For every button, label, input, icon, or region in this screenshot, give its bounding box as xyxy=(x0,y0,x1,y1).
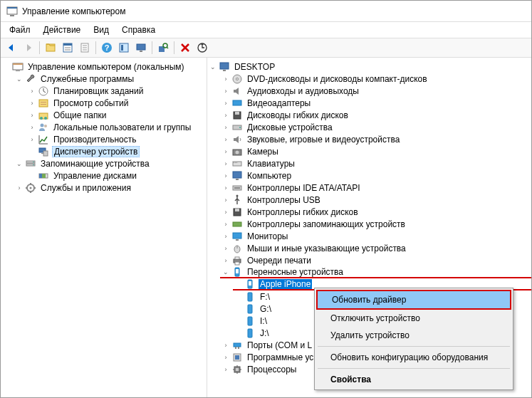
expand-icon[interactable]: › xyxy=(221,196,230,204)
device-video[interactable]: ›Видеоадаптеры xyxy=(220,97,531,109)
expand-icon[interactable]: › xyxy=(221,147,230,156)
expand-icon[interactable]: › xyxy=(221,341,230,350)
device-cameras[interactable]: ›Камеры xyxy=(220,145,531,157)
expand-icon[interactable]: › xyxy=(221,111,230,120)
floppy-icon xyxy=(231,110,243,121)
expand-icon[interactable]: › xyxy=(221,87,230,95)
collapse-icon[interactable]: ⌄ xyxy=(15,75,24,83)
svg-rect-58 xyxy=(234,162,234,163)
device-disks[interactable]: ›Дисковые устройства xyxy=(220,121,531,133)
device-audio[interactable]: ›Аудиовходы и аудиовыходы xyxy=(220,85,531,97)
device-floppy[interactable]: ›Дисководы гибких дисков xyxy=(220,109,531,121)
tree-task-scheduler[interactable]: ›Планировщик заданий xyxy=(26,85,207,97)
device-storage-ctrl[interactable]: ›Контроллеры запоминающих устройств xyxy=(220,218,531,230)
help-button[interactable]: ? xyxy=(99,40,115,56)
expand-icon[interactable]: › xyxy=(28,135,36,144)
device-computer[interactable]: ›Компьютер xyxy=(220,169,531,182)
svg-rect-47 xyxy=(223,70,226,71)
device-root[interactable]: ⌄DESKTOP xyxy=(207,61,531,73)
tree-system-tools[interactable]: ⌄ Служебные программы xyxy=(14,73,207,85)
expand-icon[interactable]: › xyxy=(221,172,230,180)
expand-icon[interactable]: › xyxy=(221,244,230,253)
collapse-icon[interactable]: ⌄ xyxy=(221,268,230,276)
keyboard-icon xyxy=(231,158,243,169)
device-sound[interactable]: ›Звуковые, игровые и видеоустройства xyxy=(220,133,531,145)
tree-local-users[interactable]: ›Локальные пользователи и группы xyxy=(26,121,207,133)
export-list-button[interactable] xyxy=(77,40,93,56)
toolbar-icon-2[interactable] xyxy=(133,40,149,56)
expand-icon[interactable]: › xyxy=(221,123,230,132)
tree-label: Запоминающие устройства xyxy=(39,159,151,169)
expand-icon[interactable]: › xyxy=(221,365,230,374)
tree-label: Управление компьютером (локальным) xyxy=(26,62,186,72)
expand-icon[interactable]: › xyxy=(221,99,230,108)
cm-uninstall-device[interactable]: Удалить устройство xyxy=(316,327,511,344)
properties-button[interactable] xyxy=(60,40,75,56)
expand-icon[interactable]: › xyxy=(221,232,230,241)
device-manager-icon xyxy=(38,146,49,157)
collapse-icon[interactable] xyxy=(2,63,11,71)
content-area: Управление компьютером (локальным) ⌄ Слу… xyxy=(1,58,531,398)
no-expand xyxy=(234,317,243,325)
back-button[interactable] xyxy=(4,40,19,56)
cm-properties[interactable]: Свойства xyxy=(316,371,511,388)
menu-file[interactable]: Файл xyxy=(4,23,36,36)
left-tree-pane: Управление компьютером (локальным) ⌄ Слу… xyxy=(1,58,207,398)
uninstall-button[interactable] xyxy=(177,40,193,56)
expand-icon[interactable]: › xyxy=(221,353,230,362)
tree-performance[interactable]: ›Производительность xyxy=(26,133,207,145)
expand-icon[interactable]: › xyxy=(221,184,230,192)
expand-icon[interactable]: › xyxy=(221,256,230,265)
update-driver-button[interactable] xyxy=(194,40,210,56)
cm-update-driver[interactable]: Обновить драйвер xyxy=(316,290,511,310)
tree-label: Видеоадаптеры xyxy=(246,98,312,108)
menu-view[interactable]: Вид xyxy=(88,23,115,36)
menu-help[interactable]: Справка xyxy=(116,23,161,36)
tree-root-computer-mgmt[interactable]: Управление компьютером (локальным) xyxy=(1,61,207,73)
device-print-queues[interactable]: ›Очереди печати xyxy=(220,254,531,266)
expand-icon[interactable]: › xyxy=(28,87,36,95)
cm-disable-device[interactable]: Отключить устройство xyxy=(316,310,511,327)
titlebar: Управление компьютером xyxy=(1,1,531,22)
device-monitors[interactable]: ›Мониторы xyxy=(220,230,531,242)
device-ide[interactable]: ›Контроллеры IDE ATA/ATAPI xyxy=(220,182,531,194)
computer-mgmt-icon xyxy=(12,61,24,73)
context-menu: Обновить драйвер Отключить устройство Уд… xyxy=(314,288,513,390)
usb-icon xyxy=(231,194,243,206)
expand-icon[interactable]: › xyxy=(28,123,36,132)
expand-icon[interactable]: › xyxy=(221,135,230,144)
collapse-icon[interactable]: ⌄ xyxy=(209,63,217,71)
toolbar-icon-1[interactable] xyxy=(116,40,132,56)
device-dvd[interactable]: ›DVD-дисководы и дисководы компакт-диско… xyxy=(220,73,531,85)
scan-hardware-button[interactable] xyxy=(155,40,171,56)
expand-icon[interactable]: › xyxy=(15,184,24,192)
no-expand xyxy=(28,172,36,180)
svg-rect-16 xyxy=(137,44,145,50)
tree-event-viewer[interactable]: ›Просмотр событий xyxy=(26,97,207,109)
collapse-icon[interactable]: ⌄ xyxy=(15,159,24,168)
device-keyboards[interactable]: ›Клавиатуры xyxy=(220,157,531,169)
device-portable[interactable]: ⌄Переносные устройства xyxy=(220,266,531,278)
tree-label: Службы и приложения xyxy=(39,183,132,193)
expand-icon[interactable]: › xyxy=(221,75,230,83)
menu-action[interactable]: Действие xyxy=(38,23,87,36)
tree-device-manager[interactable]: Диспетчер устройств xyxy=(26,145,207,157)
tree-disk-mgmt[interactable]: Управление дисками xyxy=(26,169,207,182)
tree-storage[interactable]: ⌄ Запоминающие устройства xyxy=(14,157,207,169)
forward-button[interactable] xyxy=(21,40,36,56)
expand-icon[interactable]: › xyxy=(221,220,230,229)
tree-label: Контроллеры USB xyxy=(246,195,322,205)
cm-scan-hardware[interactable]: Обновить конфигурацию оборудования xyxy=(316,349,511,366)
window-title: Управление компьютером xyxy=(22,6,125,16)
device-floppy-ctrl[interactable]: ›Контроллеры гибких дисков xyxy=(220,206,531,218)
expand-icon[interactable]: › xyxy=(221,159,230,168)
expand-icon[interactable]: › xyxy=(28,99,36,108)
no-expand xyxy=(234,305,243,313)
expand-icon[interactable]: › xyxy=(28,111,36,120)
expand-icon[interactable]: › xyxy=(221,208,230,216)
tree-services-apps[interactable]: ›Службы и приложения xyxy=(14,182,207,194)
tree-shared-folders[interactable]: ›Общие папки xyxy=(26,109,207,121)
device-usb[interactable]: ›Контроллеры USB xyxy=(220,194,531,206)
device-mice[interactable]: ›Мыши и иные указывающие устройства xyxy=(220,242,531,254)
show-hide-tree-button[interactable] xyxy=(43,40,58,56)
